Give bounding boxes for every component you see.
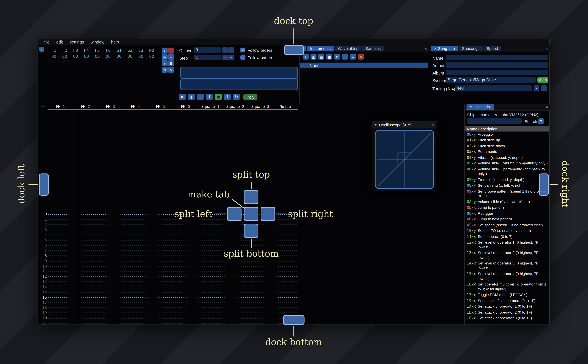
metronome-button[interactable]: ♪: [224, 94, 231, 100]
effect-row-0bxx[interactable]: 0BxxJump to pattern: [465, 205, 550, 211]
repeat-pattern-button[interactable]: ↻: [233, 94, 240, 100]
step-plus-button[interactable]: +: [228, 55, 234, 60]
play-from-cursor-button[interactable]: ⇥: [197, 94, 204, 100]
play-pattern-button[interactable]: ◉: [188, 94, 195, 100]
effect-row-15xx[interactable]: 15xxSet level of operator 4 (0 highest, …: [465, 271, 550, 282]
channel-header-fm-1[interactable]: FM 1: [48, 104, 73, 110]
channel-header-fm-3[interactable]: FM 3: [98, 104, 123, 110]
channel-header-square-2[interactable]: Square 2: [223, 104, 248, 110]
effect-row-11xx[interactable]: 11xxSet feedback (0 to 7): [465, 234, 550, 240]
channel-header-noise[interactable]: Noise: [273, 104, 298, 110]
pattern-row[interactable]: 5: [38, 238, 298, 243]
channel-header-fm-5[interactable]: FM 5: [148, 104, 173, 110]
menu-item-settings[interactable]: settings: [66, 40, 87, 44]
effect-row-09xy[interactable]: 09xySet groove pattern (speed 1 if no gr…: [465, 188, 550, 199]
octave-plus-button[interactable]: +: [228, 47, 234, 53]
pattern-row[interactable]: 13: [38, 279, 298, 285]
order-cell[interactable]: 00: [135, 54, 146, 59]
octave-input[interactable]: 3: [194, 47, 221, 53]
save-instrument-button[interactable]: ▦: [326, 54, 332, 60]
remove-order-button[interactable]: −: [168, 48, 174, 54]
tab-subsongs[interactable]: Subsongs: [459, 46, 482, 51]
tuning-input[interactable]: 440: [455, 85, 532, 91]
oscilloscope-titlebar[interactable]: ▼ Oscilloscope (X-Y) ×: [372, 121, 436, 128]
pattern-row[interactable]: 10: [38, 264, 298, 269]
order-cell[interactable]: 00: [81, 54, 92, 59]
play-button[interactable]: ▶: [179, 94, 186, 100]
piano-lower[interactable]: [180, 78, 298, 90]
menu-item-file[interactable]: file: [41, 40, 53, 44]
channel-header-fm-6[interactable]: FM 6: [173, 104, 198, 110]
edit-toggle-button[interactable]: ●: [215, 94, 222, 100]
order-cell[interactable]: 00: [48, 54, 59, 59]
tab-samples[interactable]: Samples: [362, 46, 384, 51]
effect-search-input[interactable]: [467, 118, 522, 124]
tab-speed[interactable]: Speed: [484, 46, 501, 51]
collapse-icon[interactable]: ▼: [374, 123, 377, 126]
duplicate-order-button[interactable]: ▣: [162, 54, 168, 60]
step-minus-button[interactable]: -: [222, 55, 228, 60]
step-input[interactable]: 1: [194, 55, 221, 60]
dock-target-bottom[interactable]: [283, 315, 304, 325]
channel-header-square-3[interactable]: Square 3: [248, 104, 273, 110]
effect-row-06xy[interactable]: 06xyVolume slide + portamento (compatibi…: [465, 166, 550, 177]
collapse-icon[interactable]: ▼: [434, 46, 436, 51]
effect-row-10xy[interactable]: 10xySetup LFO (x: enable; y: speed): [465, 228, 550, 234]
effect-row-16xy[interactable]: 16xySet operator multiplier (x: operator…: [465, 281, 550, 292]
pattern-row[interactable]: 4: [38, 232, 298, 238]
follow-pattern-checkbox[interactable]: ✓ Follow pattern: [240, 55, 273, 60]
pattern-row[interactable]: 16: [38, 295, 298, 300]
pattern-row[interactable]: 11: [38, 269, 298, 274]
effect-row-17xx[interactable]: 17xxToggle PCM mode (LEGACY): [465, 292, 550, 298]
pattern-row[interactable]: 20: [38, 316, 298, 321]
poly-toggle-button[interactable]: Poly: [243, 94, 257, 100]
name-input[interactable]: [446, 55, 548, 60]
instrument-list-item-selected[interactable]: ○ - None -: [300, 63, 428, 68]
folder-view-button[interactable]: ⋔: [334, 54, 340, 60]
effect-row-1bxx[interactable]: 1BxxSet attack of operator 2 (0 to 1F): [465, 309, 550, 315]
order-cell[interactable]: 00: [146, 54, 157, 59]
order-cell[interactable]: 00: [103, 54, 114, 59]
author-input[interactable]: [446, 62, 548, 68]
orders-window-menu-icon[interactable]: ▼: [40, 47, 44, 52]
split-target-bottom[interactable]: [244, 224, 258, 238]
pattern-row[interactable]: 21: [38, 321, 298, 325]
order-cell[interactable]: 00: [70, 54, 81, 59]
octave-minus-button[interactable]: -: [222, 47, 228, 53]
order-cell[interactable]: 00: [114, 54, 125, 59]
album-input[interactable]: [446, 70, 548, 75]
close-icon[interactable]: ×: [546, 105, 548, 109]
close-icon[interactable]: ×: [424, 46, 427, 51]
add-order-button[interactable]: +: [162, 48, 168, 54]
pattern-row[interactable]: 3: [38, 227, 298, 232]
instrument-down-button[interactable]: ↓: [350, 54, 356, 60]
instrument-up-button[interactable]: ↑: [342, 54, 348, 60]
effect-row-14xx[interactable]: 14xxSet level of operator 3 (0 highest, …: [465, 261, 550, 271]
add-instrument-button[interactable]: +: [303, 54, 309, 60]
dock-target-left[interactable]: [39, 174, 49, 195]
dock-target-top[interactable]: [284, 45, 304, 55]
duplicate-order-end-button[interactable]: ⇅: [168, 60, 174, 66]
effect-row-12xx[interactable]: 12xxSet level of operator 1 (0 highest, …: [465, 240, 550, 250]
order-cell[interactable]: 00: [92, 54, 103, 59]
effect-row-0fxx[interactable]: 0FxxSet speed (speed 2 if no grooves exi…: [465, 222, 550, 228]
menu-item-help[interactable]: help: [108, 40, 122, 44]
open-instrument-button[interactable]: ▤: [318, 54, 324, 60]
pattern-row[interactable]: 12: [38, 274, 298, 279]
split-target-right[interactable]: [261, 207, 275, 221]
order-up-button[interactable]: ▴: [168, 54, 174, 60]
effect-row-08xy[interactable]: 08xySet panning (x: left; y: right): [465, 183, 550, 188]
system-auto-button[interactable]: Auto: [537, 77, 548, 83]
effect-row-05xy[interactable]: 05xyVolume slide + vibrato (compatibilit…: [465, 161, 550, 166]
close-icon[interactable]: ×: [546, 46, 548, 51]
piano-upper[interactable]: [180, 67, 298, 79]
delete-instrument-button[interactable]: ×: [358, 54, 364, 60]
pattern-row[interactable]: 18: [38, 305, 298, 310]
tab-song-info[interactable]: ▼Song Info: [431, 46, 458, 51]
effect-row-02xx[interactable]: 02xxPitch slide down: [465, 143, 550, 149]
pattern-row[interactable]: 15: [38, 290, 298, 295]
order-cell[interactable]: 00: [59, 54, 70, 59]
duplicate-instrument-button[interactable]: ▣: [311, 54, 317, 60]
pattern-row[interactable]: 6: [38, 243, 298, 248]
effect-row-04xy[interactable]: 04xyVibrato (x: speed; y: depth): [465, 155, 550, 161]
